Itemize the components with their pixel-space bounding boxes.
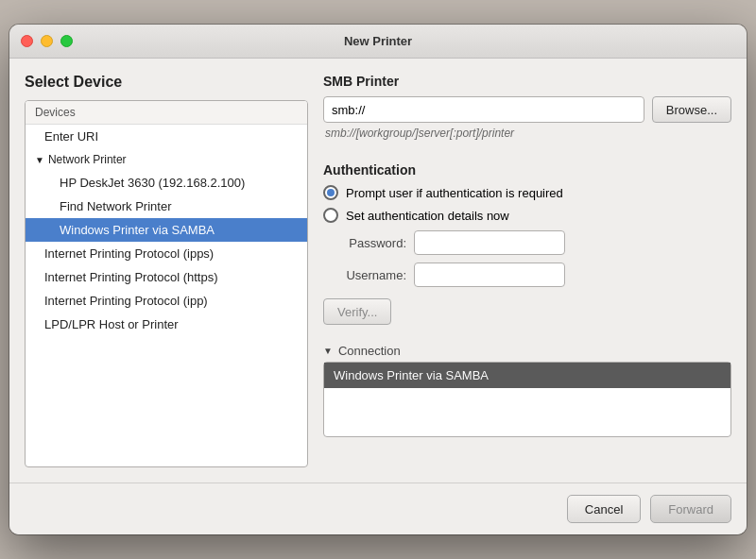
tree-item-windows-samba[interactable]: Windows Printer via SAMBA <box>26 218 307 242</box>
right-panel: SMB Printer Browse... smb://[workgroup/]… <box>323 74 731 467</box>
radio-row-prompt[interactable]: Prompt user if authentication is require… <box>323 185 731 200</box>
content-area: Select Device Devices Enter URI ▼ Networ… <box>9 59 747 483</box>
tree-item-hp-deskjet[interactable]: HP DeskJet 3630 (192.168.2.100) <box>26 171 307 195</box>
password-row: Password: <box>323 230 731 255</box>
tree-group-label-text: Network Printer <box>48 153 127 166</box>
radio-prompt[interactable] <box>323 185 338 200</box>
smb-section: SMB Printer Browse... smb://[workgroup/]… <box>323 74 731 151</box>
tree-header: Devices <box>26 101 307 125</box>
new-printer-window: New Printer Select Device Devices Enter … <box>9 25 747 534</box>
titlebar: New Printer <box>9 25 747 59</box>
forward-button[interactable]: Forward <box>650 495 731 523</box>
radio-prompt-label: Prompt user if authentication is require… <box>346 186 563 200</box>
auth-section: Authentication Prompt user if authentica… <box>323 162 731 325</box>
page-title: Select Device <box>25 74 308 91</box>
connection-label: Connection <box>338 344 401 358</box>
verify-button[interactable]: Verify... <box>323 298 391 325</box>
username-label: Username: <box>331 268 406 282</box>
minimize-button[interactable] <box>41 35 53 47</box>
device-tree: Devices Enter URI ▼ Network Printer HP D… <box>25 100 308 467</box>
radio-set[interactable] <box>323 208 338 223</box>
connection-list: Windows Printer via SAMBA <box>323 362 731 437</box>
tree-item-find-network-printer[interactable]: Find Network Printer <box>26 195 307 218</box>
radio-row-set[interactable]: Set authentication details now <box>323 208 731 223</box>
smb-uri-input[interactable] <box>323 96 644 123</box>
connection-arrow-icon: ▼ <box>323 346 333 356</box>
smb-hint: smb://[workgroup/]server[:port]/printer <box>323 127 731 140</box>
password-label: Password: <box>331 236 406 250</box>
browse-button[interactable]: Browse... <box>652 96 731 123</box>
close-button[interactable] <box>21 35 33 47</box>
footer: Cancel Forward <box>9 483 747 534</box>
cancel-button[interactable]: Cancel <box>567 495 641 523</box>
tree-item-enter-uri[interactable]: Enter URI <box>26 125 307 148</box>
smb-input-row: Browse... <box>323 96 731 123</box>
tree-item-lpd-lpr[interactable]: LPD/LPR Host or Printer <box>26 313 307 336</box>
username-input[interactable] <box>414 263 565 287</box>
radio-set-label: Set authentication details now <box>346 209 509 223</box>
connection-header[interactable]: ▼ Connection <box>323 344 731 358</box>
tree-group-network-printer[interactable]: ▼ Network Printer <box>26 148 307 171</box>
auth-title: Authentication <box>323 162 731 178</box>
password-input[interactable] <box>414 230 565 255</box>
titlebar-buttons <box>21 35 73 47</box>
expand-arrow-icon: ▼ <box>35 155 44 165</box>
connection-item-samba[interactable]: Windows Printer via SAMBA <box>324 363 730 388</box>
connection-section: ▼ Connection Windows Printer via SAMBA <box>323 344 731 467</box>
username-row: Username: <box>323 263 731 287</box>
smb-title: SMB Printer <box>323 74 731 89</box>
tree-item-ipp[interactable]: Internet Printing Protocol (ipp) <box>26 289 307 313</box>
left-panel: Select Device Devices Enter URI ▼ Networ… <box>25 74 308 467</box>
tree-item-ipp-ipps[interactable]: Internet Printing Protocol (ipps) <box>26 242 307 265</box>
tree-item-ipp-https[interactable]: Internet Printing Protocol (https) <box>26 265 307 289</box>
window-title: New Printer <box>344 34 412 48</box>
maximize-button[interactable] <box>60 35 73 47</box>
